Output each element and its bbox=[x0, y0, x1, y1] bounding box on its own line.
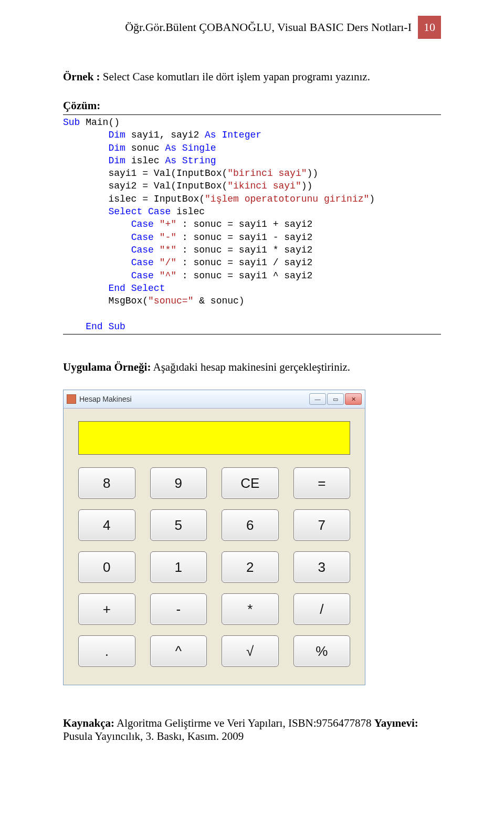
citation-kaynak-text: Algoritma Geliştirme ve Veri Yapıları, I… bbox=[114, 717, 374, 729]
string-literal: "*" bbox=[160, 245, 176, 255]
calc-btn-label: 4 bbox=[103, 517, 110, 533]
close-icon: ✕ bbox=[351, 396, 356, 403]
kw-case: Case bbox=[131, 257, 160, 268]
calc-btn-label: 7 bbox=[318, 517, 326, 533]
calc-btn-label: CE bbox=[240, 475, 259, 491]
calc-btn-label: 0 bbox=[103, 559, 110, 576]
kw-case: Case bbox=[131, 232, 160, 243]
calculator-body: 8 9 CE = 4 5 6 7 0 1 2 3 + - * bbox=[64, 409, 365, 685]
calc-btn-label: 6 bbox=[246, 517, 254, 533]
example-text: Select Case komutları ile dört işlem yap… bbox=[103, 70, 370, 83]
calc-btn-minus[interactable]: - bbox=[150, 593, 207, 625]
kw-type: As String bbox=[165, 155, 216, 166]
string-literal: "işlem operatotorunu giriniz" bbox=[205, 194, 369, 204]
calc-btn-4[interactable]: 4 bbox=[78, 509, 135, 541]
calc-btn-label: 3 bbox=[318, 559, 326, 576]
minimize-icon: — bbox=[315, 396, 321, 402]
kw-case: Case bbox=[131, 219, 160, 229]
string-literal: "/" bbox=[160, 257, 176, 268]
calc-btn-label: . bbox=[105, 643, 109, 660]
code-rule-bottom bbox=[63, 334, 441, 334]
code-text: islec bbox=[125, 155, 165, 166]
code-text: sonuc bbox=[125, 143, 165, 153]
code-text: sayi1, sayi2 bbox=[125, 130, 205, 140]
example-prompt: Örnek : Select Case komutları ile dört i… bbox=[63, 70, 441, 83]
string-literal: "^" bbox=[160, 270, 176, 281]
app-icon bbox=[67, 394, 76, 404]
code-text: & sonuc) bbox=[193, 296, 244, 306]
calc-btn-sqrt[interactable]: √ bbox=[222, 635, 279, 667]
calc-btn-label: = bbox=[318, 475, 326, 491]
page-number: 10 bbox=[424, 20, 435, 34]
calc-btn-eq[interactable]: = bbox=[293, 467, 351, 499]
kw-type: As Integer bbox=[205, 130, 261, 140]
code-text: : sonuc = sayi1 - sayi2 bbox=[176, 232, 312, 243]
calculator-display[interactable] bbox=[78, 421, 350, 455]
calc-btn-9[interactable]: 9 bbox=[150, 467, 207, 499]
close-button[interactable]: ✕ bbox=[345, 393, 362, 405]
titlebar: Hesap Makinesi — ▭ ✕ bbox=[64, 390, 365, 409]
maximize-icon: ▭ bbox=[333, 396, 338, 403]
citation-yayinevi-label: Yayınevi: bbox=[374, 717, 418, 729]
kw-dim: Dim bbox=[108, 143, 125, 153]
calc-btn-label: 1 bbox=[175, 559, 182, 576]
calc-btn-label: 2 bbox=[246, 559, 254, 576]
citation: Kaynakça: Algoritma Geliştirme ve Veri Y… bbox=[63, 717, 441, 743]
calc-btn-ce[interactable]: CE bbox=[222, 467, 279, 499]
calc-btn-label: + bbox=[103, 601, 111, 618]
example-prefix: Örnek : bbox=[63, 70, 103, 83]
page-number-box: 10 bbox=[418, 16, 441, 39]
calculator-screenshot: Hesap Makinesi — ▭ ✕ 8 9 CE = 4 bbox=[63, 390, 441, 685]
calc-btn-0[interactable]: 0 bbox=[78, 551, 135, 583]
code-text: ) bbox=[369, 194, 375, 204]
code-text: : sonuc = sayi1 + sayi2 bbox=[176, 219, 312, 229]
calc-btn-8[interactable]: 8 bbox=[78, 467, 135, 499]
calc-btn-1[interactable]: 1 bbox=[150, 551, 207, 583]
page-header: Öğr.Gör.Bülent ÇOBANOĞLU, Visual BASIC D… bbox=[63, 16, 441, 39]
exercise-prompt: Uygulama Örneği: Aşağıdaki hesap makines… bbox=[63, 361, 441, 374]
citation-kaynak-label: Kaynakça: bbox=[63, 717, 114, 729]
calc-btn-label: / bbox=[320, 601, 323, 618]
kw-dim: Dim bbox=[108, 155, 125, 166]
kw-case: Case bbox=[131, 270, 160, 281]
calc-btn-7[interactable]: 7 bbox=[293, 509, 351, 541]
code-text: islec bbox=[171, 206, 205, 217]
calc-btn-3[interactable]: 3 bbox=[293, 551, 351, 583]
titlebar-right: — ▭ ✕ bbox=[309, 393, 362, 405]
kw-case: Case bbox=[131, 245, 160, 255]
header-title: Öğr.Gör.Bülent ÇOBANOĞLU, Visual BASIC D… bbox=[125, 20, 412, 34]
calc-btn-pct[interactable]: % bbox=[293, 635, 351, 667]
code-block: Sub Main() Dim sayi1, sayi2 As Integer D… bbox=[63, 116, 441, 333]
titlebar-left: Hesap Makinesi bbox=[67, 394, 132, 404]
code-text: : sonuc = sayi1 * sayi2 bbox=[176, 245, 312, 255]
calc-btn-dot[interactable]: . bbox=[78, 635, 135, 667]
exercise-label: Uygulama Örneği: bbox=[63, 361, 151, 373]
code-rule-top bbox=[63, 114, 441, 115]
minimize-button[interactable]: — bbox=[309, 393, 326, 405]
string-literal: "ikinci sayi" bbox=[227, 181, 301, 191]
code-text: MsgBox( bbox=[63, 296, 148, 306]
calculator-window: Hesap Makinesi — ▭ ✕ 8 9 CE = 4 bbox=[63, 390, 365, 685]
kw-end-select: End Select bbox=[108, 283, 165, 294]
code-text: )) bbox=[301, 181, 313, 191]
kw-select: Select Case bbox=[108, 206, 171, 217]
calc-btn-mul[interactable]: * bbox=[222, 593, 279, 625]
calc-btn-plus[interactable]: + bbox=[78, 593, 135, 625]
code-text: : sonuc = sayi1 / sayi2 bbox=[176, 257, 312, 268]
citation-yayinevi-text: Pusula Yayıncılık, 3. Baskı, Kasım. 2009 bbox=[63, 730, 244, 742]
code-text: islec = InputBox( bbox=[63, 194, 205, 204]
calc-btn-pow[interactable]: ^ bbox=[150, 635, 207, 667]
calc-btn-div[interactable]: / bbox=[293, 593, 351, 625]
solution-label: Çözüm: bbox=[63, 99, 441, 112]
kw-end-sub: End Sub bbox=[86, 321, 125, 332]
calc-btn-6[interactable]: 6 bbox=[222, 509, 279, 541]
calc-btn-label: 5 bbox=[175, 517, 182, 533]
exercise-text: Aşağıdaki hesap makinesini gerçekleştiri… bbox=[151, 361, 350, 373]
code-text: Main() bbox=[80, 117, 120, 128]
calc-btn-label: % bbox=[316, 643, 328, 660]
maximize-button[interactable]: ▭ bbox=[327, 393, 344, 405]
calc-btn-5[interactable]: 5 bbox=[150, 509, 207, 541]
string-literal: "birinci sayi" bbox=[227, 168, 307, 179]
string-literal: "sonuc=" bbox=[148, 296, 193, 306]
calc-btn-2[interactable]: 2 bbox=[222, 551, 279, 583]
